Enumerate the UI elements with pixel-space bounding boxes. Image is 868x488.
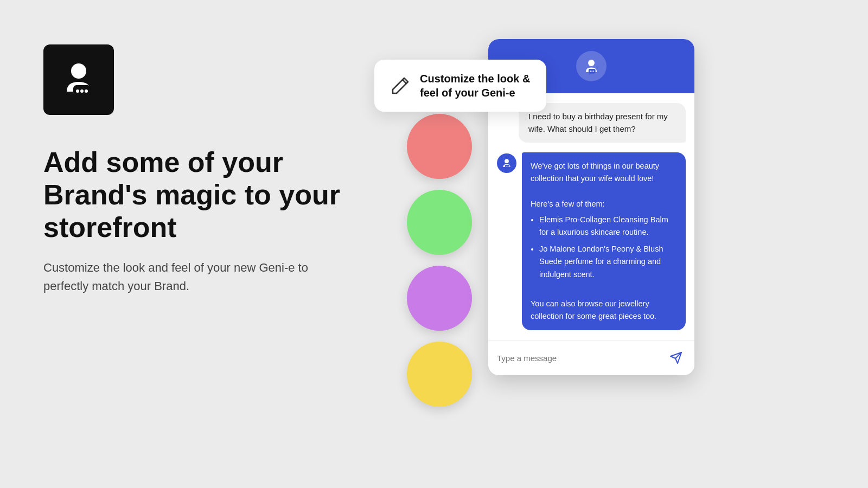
- main-heading: Add some of your Brand's magic to your s…: [43, 146, 347, 243]
- sub-text: Customize the look and feel of your new …: [43, 259, 347, 296]
- customize-tooltip: Customize the look &feel of your Geni-e: [374, 60, 546, 112]
- svg-point-4: [85, 89, 88, 93]
- bot-outro: You can also browse our jewellery collec…: [531, 299, 656, 320]
- bot-bubble: We've got lots of things in our beauty c…: [522, 152, 686, 330]
- app-logo: [43, 44, 114, 115]
- logo-icon: [57, 58, 100, 101]
- chat-bot-icon: [582, 57, 601, 75]
- svg-point-16: [508, 166, 508, 166]
- color-circles[interactable]: [407, 114, 472, 407]
- svg-point-15: [507, 166, 507, 166]
- bot-here: Here's a few of them:: [531, 200, 605, 208]
- chat-input-row: [488, 340, 694, 375]
- bot-message-row: We've got lots of things in our beauty c…: [497, 152, 686, 330]
- bot-intro: We've got lots of things in our beauty c…: [531, 162, 659, 183]
- svg-marker-11: [589, 74, 591, 75]
- chat-body: I need to buy a birthday present for my …: [488, 93, 694, 340]
- color-circle-yellow[interactable]: [407, 342, 472, 407]
- svg-point-2: [76, 89, 79, 93]
- svg-marker-17: [505, 168, 507, 169]
- chat-input[interactable]: [497, 354, 661, 363]
- bot-items-list: Elemis Pro-Collagen Cleansing Balm for a…: [539, 214, 677, 281]
- svg-point-0: [71, 63, 86, 79]
- tooltip-text: Customize the look &feel of your Geni-e: [420, 72, 530, 100]
- pencil-icon: [391, 76, 410, 95]
- svg-point-9: [591, 70, 592, 72]
- bot-item-1: Elemis Pro-Collagen Cleansing Balm for a…: [539, 214, 677, 239]
- color-circle-green[interactable]: [407, 190, 472, 255]
- chat-header-avatar: [576, 51, 607, 81]
- left-content: Add some of your Brand's magic to your s…: [43, 146, 347, 296]
- svg-point-10: [593, 70, 594, 72]
- user-message: I need to buy a birthday present for my …: [519, 103, 686, 143]
- bot-avatar-icon: [501, 157, 513, 169]
- svg-point-6: [588, 60, 595, 66]
- send-icon: [669, 351, 682, 364]
- send-button[interactable]: [666, 348, 686, 368]
- color-circle-purple[interactable]: [407, 266, 472, 331]
- svg-point-14: [506, 166, 506, 166]
- svg-marker-5: [73, 97, 79, 100]
- svg-point-12: [505, 159, 509, 163]
- bot-avatar: [497, 153, 516, 173]
- svg-point-8: [590, 70, 591, 72]
- bot-item-2: Jo Malone London's Peony & Blush Suede p…: [539, 243, 677, 281]
- svg-point-3: [80, 89, 84, 93]
- color-circle-red[interactable]: [407, 114, 472, 179]
